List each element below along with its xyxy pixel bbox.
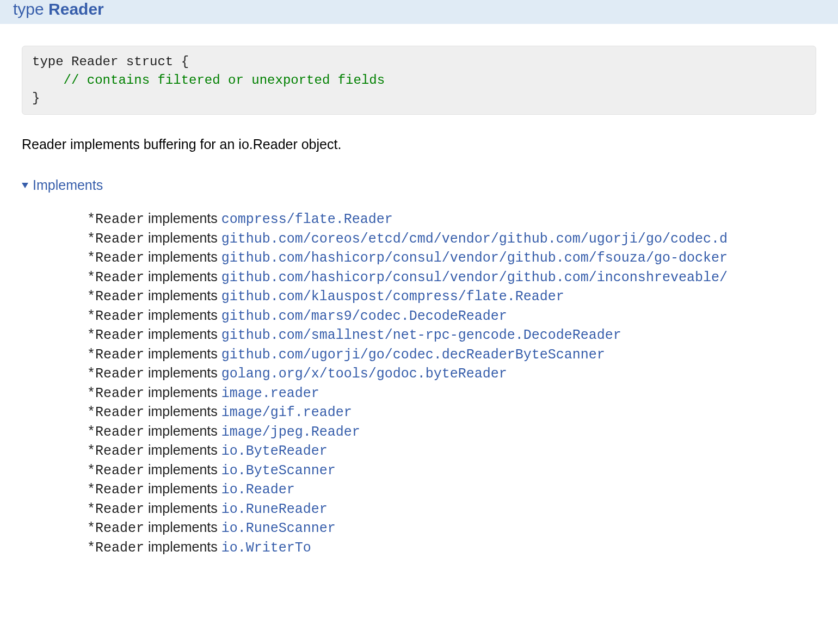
implements-row: *Reader implements github.com/smallnest/…: [87, 325, 816, 345]
interface-link[interactable]: io.RuneScanner: [221, 521, 336, 536]
implements-row: *Reader implements image/gif.reader: [87, 403, 816, 422]
interface-link[interactable]: github.com/smallnest/net-rpc-gencode.Dec…: [221, 327, 621, 343]
implements-prefix: *Reader implements: [87, 442, 221, 457]
implements-prefix: *Reader implements: [87, 500, 221, 516]
implements-verb: implements: [144, 269, 221, 284]
interface-link[interactable]: io.ByteScanner: [221, 463, 336, 479]
implements-prefix: *Reader implements: [87, 404, 221, 419]
implements-verb: implements: [144, 249, 221, 264]
interface-link[interactable]: io.ByteReader: [221, 443, 328, 459]
implements-prefix: *Reader implements: [87, 385, 221, 400]
implements-verb: implements: [144, 385, 221, 400]
type-header: type Reader: [0, 0, 838, 24]
implements-prefix: *Reader implements: [87, 269, 221, 284]
implements-star-type: *Reader: [87, 327, 144, 343]
type-keyword: type: [13, 0, 44, 18]
implements-row: *Reader implements github.com/mars9/code…: [87, 306, 816, 326]
implements-star-type: *Reader: [87, 443, 144, 459]
interface-link[interactable]: github.com/mars9/codec.DecodeReader: [221, 308, 507, 324]
implements-prefix: *Reader implements: [87, 423, 221, 438]
implements-row: *Reader implements golang.org/x/tools/go…: [87, 364, 816, 383]
interface-link[interactable]: github.com/ugorji/go/codec.decReaderByte…: [221, 347, 605, 363]
code-line-1: type Reader struct {: [32, 54, 189, 69]
struct-definition: type Reader struct { // contains filtere…: [22, 46, 816, 115]
implements-row: *Reader implements io.WriterTo: [87, 538, 816, 558]
implements-row: *Reader implements io.ByteScanner: [87, 461, 816, 480]
chevron-down-icon: [22, 183, 28, 188]
implements-prefix: *Reader implements: [87, 365, 221, 380]
implements-star-type: *Reader: [87, 463, 144, 479]
implements-row: *Reader implements io.RuneScanner: [87, 518, 816, 538]
implements-prefix: *Reader implements: [87, 249, 221, 264]
interface-link[interactable]: image.reader: [221, 386, 319, 401]
implements-verb: implements: [144, 210, 221, 226]
implements-verb: implements: [144, 539, 221, 554]
implements-verb: implements: [144, 404, 221, 419]
implements-verb: implements: [144, 442, 221, 457]
implements-verb: implements: [144, 307, 221, 323]
interface-link[interactable]: image/jpeg.Reader: [221, 424, 360, 440]
implements-prefix: *Reader implements: [87, 539, 221, 554]
implements-prefix: *Reader implements: [87, 481, 221, 496]
implements-prefix: *Reader implements: [87, 326, 221, 342]
implements-star-type: *Reader: [87, 231, 144, 247]
interface-link[interactable]: io.WriterTo: [221, 540, 311, 556]
type-description: Reader implements buffering for an io.Re…: [22, 137, 816, 152]
implements-verb: implements: [144, 462, 221, 477]
interface-link[interactable]: image/gif.reader: [221, 405, 352, 420]
implements-row: *Reader implements image.reader: [87, 383, 816, 403]
implements-verb: implements: [144, 288, 221, 303]
implements-verb: implements: [144, 365, 221, 380]
implements-star-type: *Reader: [87, 212, 144, 227]
implements-verb: implements: [144, 519, 221, 535]
implements-prefix: *Reader implements: [87, 462, 221, 477]
implements-star-type: *Reader: [87, 308, 144, 324]
implements-verb: implements: [144, 230, 221, 245]
implements-row: *Reader implements github.com/hashicorp/…: [87, 248, 816, 268]
implements-toggle[interactable]: Implements: [22, 177, 103, 193]
interface-link[interactable]: golang.org/x/tools/godoc.byteReader: [221, 366, 507, 382]
implements-star-type: *Reader: [87, 289, 144, 305]
implements-star-type: *Reader: [87, 250, 144, 266]
interface-link[interactable]: github.com/hashicorp/consul/vendor/githu…: [221, 270, 728, 286]
implements-prefix: *Reader implements: [87, 519, 221, 535]
interface-link[interactable]: compress/flate.Reader: [221, 212, 393, 227]
interface-link[interactable]: io.RuneReader: [221, 501, 328, 517]
implements-row: *Reader implements github.com/hashicorp/…: [87, 268, 816, 287]
implements-verb: implements: [144, 326, 221, 342]
implements-star-type: *Reader: [87, 386, 144, 401]
implements-row: *Reader implements github.com/ugorji/go/…: [87, 345, 816, 364]
code-line-3: }: [32, 91, 40, 106]
implements-list: *Reader implements compress/flate.Reader…: [22, 209, 816, 557]
implements-prefix: *Reader implements: [87, 210, 221, 226]
implements-label: Implements: [33, 177, 103, 193]
implements-row: *Reader implements github.com/coreos/etc…: [87, 229, 816, 249]
interface-link[interactable]: github.com/coreos/etcd/cmd/vendor/github…: [221, 231, 728, 247]
interface-link[interactable]: github.com/klauspost/compress/flate.Read…: [221, 289, 564, 305]
implements-prefix: *Reader implements: [87, 346, 221, 361]
implements-verb: implements: [144, 423, 221, 438]
implements-star-type: *Reader: [87, 366, 144, 382]
type-name: Reader: [48, 0, 104, 18]
implements-row: *Reader implements io.RuneReader: [87, 499, 816, 519]
implements-star-type: *Reader: [87, 482, 144, 498]
implements-verb: implements: [144, 346, 221, 361]
implements-row: *Reader implements io.ByteReader: [87, 441, 816, 461]
implements-prefix: *Reader implements: [87, 230, 221, 245]
implements-star-type: *Reader: [87, 424, 144, 440]
implements-star-type: *Reader: [87, 347, 144, 363]
interface-link[interactable]: io.Reader: [221, 482, 295, 498]
implements-star-type: *Reader: [87, 501, 144, 517]
implements-verb: implements: [144, 500, 221, 516]
implements-prefix: *Reader implements: [87, 307, 221, 323]
implements-star-type: *Reader: [87, 521, 144, 536]
implements-verb: implements: [144, 481, 221, 496]
implements-star-type: *Reader: [87, 270, 144, 286]
code-comment: // contains filtered or unexported field…: [64, 73, 385, 88]
implements-star-type: *Reader: [87, 405, 144, 420]
implements-prefix: *Reader implements: [87, 288, 221, 303]
implements-row: *Reader implements io.Reader: [87, 480, 816, 499]
implements-row: *Reader implements image/jpeg.Reader: [87, 422, 816, 442]
interface-link[interactable]: github.com/hashicorp/consul/vendor/githu…: [221, 250, 728, 266]
implements-row: *Reader implements github.com/klauspost/…: [87, 287, 816, 306]
